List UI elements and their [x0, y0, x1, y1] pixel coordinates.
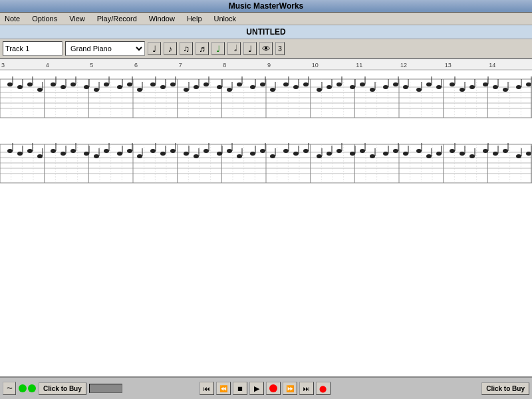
svg-point-206 — [460, 88, 465, 92]
svg-point-160 — [203, 82, 209, 86]
note-btn-quarter[interactable]: ♩ — [148, 42, 161, 55]
note-btn-triplet[interactable]: 3 — [275, 42, 285, 55]
loop-btn[interactable]: ⬤ — [316, 382, 331, 395]
svg-point-310 — [503, 149, 508, 153]
buy-button-left[interactable]: Click to Buy — [39, 382, 86, 395]
svg-point-262 — [237, 154, 242, 158]
svg-point-270 — [283, 149, 289, 153]
svg-text:3: 3 — [1, 62, 5, 68]
svg-point-208 — [469, 85, 475, 89]
svg-point-308 — [493, 152, 498, 156]
svg-point-210 — [483, 82, 488, 86]
svg-point-304 — [469, 154, 475, 158]
svg-point-176 — [293, 85, 299, 89]
svg-point-258 — [217, 152, 222, 156]
menu-unlock[interactable]: Unlock — [212, 14, 239, 23]
svg-point-236 — [94, 154, 99, 158]
app-title: Music MasterWorks — [229, 1, 303, 11]
svg-point-128 — [27, 82, 33, 86]
note-btn-eighth[interactable]: ♪ — [164, 42, 177, 55]
menu-bar: Note Options View Play/Record Window Hel… — [0, 13, 532, 25]
svg-text:4: 4 — [46, 62, 49, 68]
buy-button-right[interactable]: Click to Buy — [481, 382, 529, 395]
svg-point-178 — [303, 82, 309, 86]
svg-point-174 — [283, 82, 289, 86]
svg-point-246 — [150, 149, 156, 153]
note-btn-eye[interactable]: 👁 — [259, 42, 273, 55]
svg-point-146 — [127, 82, 132, 86]
svg-point-154 — [170, 82, 176, 86]
svg-point-284 — [360, 149, 365, 153]
instrument-select[interactable]: Grand Piano Acoustic Guitar Electric Gui… — [65, 41, 145, 56]
note-btn-whole[interactable]: 𝅗𝅥 — [227, 42, 241, 55]
rewind-start-btn[interactable]: ⏮ — [200, 382, 214, 395]
note-btn-half[interactable]: ♩ — [211, 42, 225, 55]
track-toolbar: Grand Piano Acoustic Guitar Electric Gui… — [0, 39, 532, 59]
svg-point-192 — [383, 85, 388, 89]
svg-point-288 — [383, 152, 388, 156]
play-btn[interactable]: ▶ — [249, 382, 264, 395]
svg-point-290 — [393, 149, 398, 153]
svg-point-186 — [350, 85, 355, 89]
svg-point-264 — [250, 152, 255, 156]
menu-playrecord[interactable]: Play/Record — [95, 14, 139, 23]
svg-point-224 — [27, 149, 33, 153]
menu-note[interactable]: Note — [3, 14, 22, 23]
svg-point-152 — [160, 85, 166, 89]
svg-point-200 — [426, 82, 432, 86]
svg-point-162 — [217, 85, 222, 89]
svg-point-250 — [170, 149, 176, 153]
progress-bar — [89, 384, 122, 393]
svg-point-134 — [61, 85, 66, 89]
menu-options[interactable]: Options — [30, 14, 59, 23]
staff-svg: // Will be drawn via JS below 3456789101… — [0, 59, 532, 205]
right-buy-area: Click to Buy — [481, 382, 529, 395]
track-name-input[interactable] — [3, 41, 63, 56]
wave-icon-btn[interactable]: 〜 — [3, 382, 16, 395]
svg-point-194 — [393, 82, 398, 86]
svg-point-278 — [327, 152, 332, 156]
svg-point-220 — [7, 149, 13, 153]
svg-point-314 — [526, 152, 531, 156]
note-btn-dot[interactable]: ♩ — [243, 42, 257, 55]
svg-point-276 — [317, 154, 322, 158]
svg-point-132 — [51, 82, 56, 86]
green-indicator-2 — [28, 384, 36, 392]
svg-point-312 — [516, 154, 521, 158]
note-btn-beamed[interactable]: ♬ — [196, 42, 209, 55]
svg-point-142 — [104, 82, 109, 86]
menu-window[interactable]: Window — [147, 14, 177, 23]
svg-text:6: 6 — [134, 62, 138, 68]
rewind-btn[interactable]: ⏪ — [216, 382, 231, 395]
note-btn-sixteenth[interactable]: ♫ — [180, 42, 193, 55]
svg-point-138 — [84, 85, 89, 89]
svg-point-136 — [70, 82, 76, 86]
svg-point-274 — [303, 149, 309, 153]
fast-forward-btn[interactable]: ⏩ — [283, 382, 297, 395]
svg-point-240 — [117, 152, 122, 156]
svg-point-242 — [127, 149, 132, 153]
svg-point-228 — [51, 149, 56, 153]
stop-btn[interactable]: ⏹ — [233, 382, 247, 395]
svg-point-214 — [503, 88, 508, 92]
svg-text:14: 14 — [489, 62, 495, 68]
green-indicator — [19, 384, 27, 392]
menu-view[interactable]: View — [67, 14, 87, 23]
svg-point-196 — [403, 85, 408, 89]
svg-point-232 — [70, 149, 76, 153]
svg-point-218 — [526, 82, 531, 86]
svg-point-168 — [250, 85, 255, 89]
svg-point-182 — [327, 85, 332, 89]
svg-point-190 — [370, 88, 375, 92]
svg-point-148 — [137, 88, 142, 92]
title-bar: Music MasterWorks — [0, 0, 532, 13]
document-title: UNTITLED — [0, 25, 532, 39]
record-dot — [269, 384, 277, 392]
next-btn[interactable]: ⏭ — [299, 382, 314, 395]
svg-point-126 — [17, 85, 23, 89]
record-btn[interactable] — [266, 382, 281, 395]
svg-point-272 — [293, 152, 299, 156]
menu-help[interactable]: Help — [185, 14, 204, 23]
svg-point-158 — [194, 85, 199, 89]
svg-point-166 — [237, 82, 242, 86]
